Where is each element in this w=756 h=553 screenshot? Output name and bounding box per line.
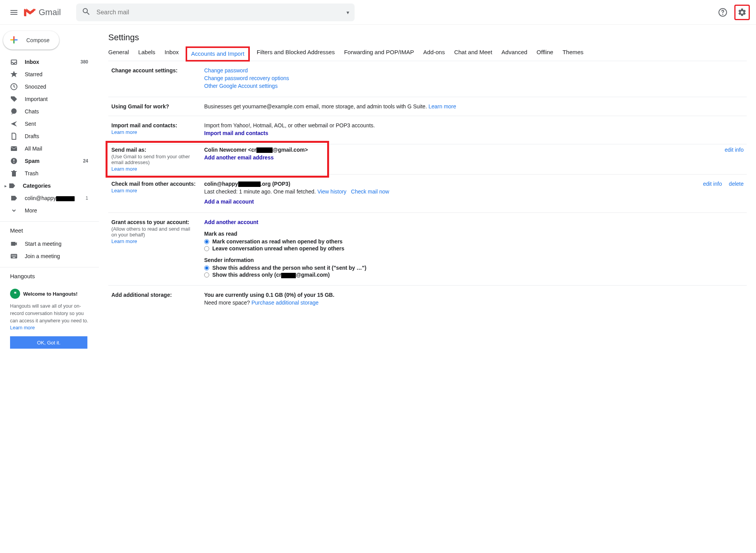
import-mail-link[interactable]: Import mail and contacts [204,130,268,136]
storage-label: Add additional storage: [111,292,196,307]
change-account-label: Change account settings: [111,67,196,91]
hangouts-welcome: ❝ Welcome to Hangouts! [10,289,89,299]
add-email-link[interactable]: Add another email address [204,154,274,161]
add-another-account-link[interactable]: Add another account [204,219,258,225]
svg-point-7 [11,108,17,114]
view-history-link[interactable]: View history [317,188,346,195]
spam-icon [10,157,18,165]
hangouts-ok-button[interactable]: OK, Got it. [10,336,87,349]
mark-read-radio[interactable] [204,239,209,244]
search-box[interactable]: ▾ [76,3,355,21]
check-mail-label: Check mail from other accounts: Learn mo… [111,181,196,206]
clock-icon [10,83,18,91]
sidebar-item-chats[interactable]: Chats [0,105,93,118]
tab-filters-and-blocked-addresses[interactable]: Filters and Blocked Addresses [257,49,335,59]
tag-icon [10,95,18,103]
tab-offline[interactable]: Offline [537,49,553,59]
send-icon [10,120,18,128]
sidebar-item-drafts[interactable]: Drafts [0,130,93,142]
meet-heading: Meet [0,227,99,238]
search-input[interactable] [96,9,346,16]
gmail-work-label: Using Gmail for work? [111,103,196,110]
sender-show-both-radio[interactable] [204,265,209,271]
sidebar-item-important[interactable]: Important [0,93,93,105]
label-icon [8,182,16,190]
plus-icon [9,34,19,46]
change-password-link[interactable]: Change password [204,67,248,74]
tab-advanced[interactable]: Advanced [502,49,527,59]
add-mail-account-link[interactable]: Add a mail account [204,199,254,205]
tab-themes[interactable]: Themes [563,49,584,59]
settings-gear-icon[interactable] [734,5,750,20]
logo-text: Gmail [39,7,61,17]
import-label: Import mail and contacts: Learn more [111,122,196,138]
hangouts-body: Hangouts will save all of your on-record… [10,303,89,332]
send-as-identity: Colin Newcomer <cr@gmail.com> [204,147,308,153]
hangouts-learn-more[interactable]: Learn more [10,325,35,330]
label-icon [10,194,18,202]
tab-labels[interactable]: Labels [138,49,155,59]
check-mail-account: colin@happy.org (POP3) [204,181,690,187]
other-google-settings-link[interactable]: Other Google Account settings [204,83,278,89]
sidebar-item-snoozed[interactable]: Snoozed [0,80,93,93]
tab-inbox[interactable]: Inbox [165,49,179,59]
change-recovery-link[interactable]: Change password recovery options [204,75,289,81]
compose-button[interactable]: Compose [3,31,59,50]
support-icon[interactable] [715,5,730,20]
sender-show-only-radio[interactable] [204,272,209,277]
hamburger-menu[interactable] [6,5,22,20]
hangouts-icon: ❝ [10,289,20,299]
svg-rect-10 [14,159,14,161]
sidebar-item-all-mail[interactable]: All Mail [0,142,93,155]
check-mail-edit-info[interactable]: edit info [703,181,722,187]
sidebar-item-inbox[interactable]: Inbox380 [0,56,93,68]
send-as-edit-info[interactable]: edit info [725,147,744,153]
sidebar-item-spam[interactable]: Spam24 [0,155,93,167]
sidebar-item-colin-happy[interactable]: colin@happy1 [0,192,93,204]
svg-rect-1 [24,9,26,16]
sidebar-item-starred[interactable]: Starred [0,68,93,80]
svg-point-4 [723,14,723,14]
send-as-learn-more[interactable]: Learn more [111,166,137,172]
sidebar-item-categories[interactable]: ▸Categories [0,180,93,192]
video-icon [10,240,18,248]
mail-icon [10,145,18,152]
meet-join[interactable]: Join a meeting [0,250,93,262]
hangouts-heading: Hangouts [0,273,99,283]
svg-rect-11 [14,162,14,163]
inbox-icon [10,58,18,66]
file-icon [10,132,18,140]
check-mail-learn-more[interactable]: Learn more [111,188,137,193]
sidebar-item-more[interactable]: More [0,204,93,217]
search-icon[interactable] [82,7,91,17]
grant-learn-more[interactable]: Learn more [111,238,137,244]
keyboard-icon [10,252,18,260]
search-dropdown-icon[interactable]: ▾ [346,9,349,15]
chevron-right-icon: ▸ [5,184,7,188]
import-learn-more[interactable]: Learn more [111,129,137,135]
compose-label: Compose [26,37,49,43]
gmail-logo[interactable]: Gmail [24,7,61,17]
sidebar-item-sent[interactable]: Sent [0,118,93,130]
gsuite-learn-more[interactable]: Learn more [428,103,456,110]
star-icon [10,70,18,78]
meet-start[interactable]: Start a meeting [0,238,93,250]
tab-accounts-and-import[interactable]: Accounts and Import [191,50,244,61]
purchase-storage-link[interactable]: Purchase additional storage [251,300,319,306]
tab-forwarding-and-pop-imap[interactable]: Forwarding and POP/IMAP [344,49,414,59]
tab-general[interactable]: General [108,49,129,59]
trash-icon [10,169,18,177]
sidebar-item-trash[interactable]: Trash [0,167,93,180]
tab-add-ons[interactable]: Add-ons [423,49,445,59]
check-mail-delete[interactable]: delete [729,181,744,187]
send-as-label: Send mail as: (Use Gmail to send from yo… [111,147,196,172]
tab-chat-and-meet[interactable]: Chat and Meet [454,49,492,59]
more-icon [10,207,18,214]
svg-rect-8 [11,146,17,151]
grant-access-label: Grant access to your account: (Allow oth… [111,219,196,279]
page-title: Settings [108,33,747,43]
mark-unread-radio[interactable] [204,246,209,251]
check-mail-now-link[interactable]: Check mail now [351,188,389,195]
chat-icon [10,108,18,115]
settings-tabs: GeneralLabelsInboxAccounts and ImportFil… [108,49,747,61]
